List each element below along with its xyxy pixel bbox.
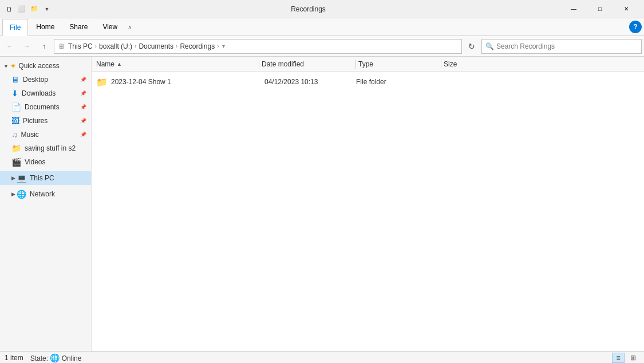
up-button[interactable]: ↑: [37, 39, 52, 54]
dropdown-arrow-icon[interactable]: ▼: [42, 5, 52, 14]
quick-access-arrow: ▾: [5, 63, 7, 69]
search-icon: 🔍: [485, 42, 494, 50]
col-type-label: Type: [358, 60, 373, 68]
title-bar-icons: 🗋 ⬜ 📁 ▼: [5, 5, 52, 14]
path-this-pc[interactable]: This PC: [68, 42, 93, 50]
window-controls: — □ ✕: [560, 0, 639, 18]
tab-view[interactable]: View: [96, 18, 124, 35]
quick-access-label: Quick access: [18, 62, 59, 70]
quick-access-section: ▾ ✦ Quick access 🖥 Desktop 📌 ⬇ Downloads…: [0, 59, 91, 169]
path-sep-4: ›: [217, 43, 219, 49]
content-area: Name ▲ Date modified Type Size 📁 2023-12…: [92, 57, 644, 351]
col-name-sort-icon: ▲: [117, 61, 122, 67]
sidebar-label-documents: Documents: [25, 103, 60, 111]
tab-share[interactable]: Share: [62, 18, 94, 35]
back-button[interactable]: ←: [2, 39, 17, 54]
sidebar-item-music[interactable]: ♫ Music 📌: [0, 128, 91, 141]
path-sep-1: ›: [95, 43, 97, 49]
saving-folder-icon: 📁: [11, 144, 21, 153]
column-headers: Name ▲ Date modified Type Size: [92, 57, 644, 72]
sidebar-item-desktop[interactable]: 🖥 Desktop 📌: [0, 73, 91, 86]
col-divider-2: [355, 60, 356, 69]
minimize-button[interactable]: —: [560, 0, 587, 18]
state-text: State:: [30, 354, 48, 362]
item-count: 1 item: [5, 354, 23, 362]
sidebar-label-downloads: Downloads: [22, 89, 56, 97]
window-title: Recordings: [56, 5, 560, 13]
sidebar-label-desktop: Desktop: [23, 76, 48, 84]
col-name-label: Name: [96, 60, 114, 68]
col-header-size[interactable]: Size: [444, 60, 489, 68]
address-path[interactable]: 🖥 This PC › boxallt (U:) › Documents › R…: [54, 39, 462, 54]
path-dropdown-icon[interactable]: ▾: [222, 43, 225, 49]
help-button[interactable]: ?: [629, 21, 642, 33]
sidebar-item-downloads[interactable]: ⬇ Downloads 📌: [0, 86, 91, 100]
sidebar: ▾ ✦ Quick access 🖥 Desktop 📌 ⬇ Downloads…: [0, 57, 92, 351]
col-header-type[interactable]: Type: [358, 60, 438, 68]
path-recordings[interactable]: Recordings: [180, 42, 215, 50]
title-bar: 🗋 ⬜ 📁 ▼ Recordings — □ ✕: [0, 0, 644, 18]
documents-pin-icon: 📌: [80, 104, 86, 110]
table-row[interactable]: 📁 2023-12-04 Show 1 04/12/2023 10:13 Fil…: [92, 74, 644, 90]
network-arrow: ▶: [11, 191, 15, 197]
state-label: State: 🌐 Online: [30, 353, 82, 362]
col-divider-3: [441, 60, 441, 69]
sidebar-item-documents[interactable]: 📄 Documents 📌: [0, 100, 91, 114]
status-bar: 1 item State: 🌐 Online ≡ ⊞: [0, 351, 644, 363]
ribbon-expand-icon[interactable]: ∧: [128, 24, 132, 30]
network-icon: 🌐: [17, 190, 26, 199]
app-icon-1: 🗋: [5, 5, 14, 14]
view-controls: ≡ ⊞: [612, 353, 639, 363]
close-button[interactable]: ✕: [613, 0, 639, 18]
online-icon: 🌐: [50, 353, 60, 362]
pictures-pin-icon: 📌: [80, 118, 86, 124]
music-icon: ♫: [11, 130, 18, 139]
tab-file[interactable]: File: [2, 19, 28, 36]
file-name: 2023-12-04 Show 1: [111, 78, 264, 86]
sidebar-label-network: Network: [30, 190, 55, 198]
this-pc-icon: 💻: [17, 173, 26, 183]
online-text: Online: [62, 354, 82, 362]
search-input[interactable]: [496, 42, 638, 50]
app-icon-2: ⬜: [17, 5, 26, 14]
videos-icon: 🎬: [11, 157, 21, 167]
sidebar-item-saving[interactable]: 📁 saving stuff in s2: [0, 141, 91, 155]
search-box[interactable]: 🔍: [481, 39, 642, 54]
forward-button[interactable]: →: [19, 39, 34, 54]
tab-home[interactable]: Home: [29, 18, 61, 35]
path-drive[interactable]: boxallt (U:): [99, 42, 132, 50]
downloads-pin-icon: 📌: [80, 90, 86, 96]
quick-access-header[interactable]: ▾ ✦ Quick access: [0, 59, 91, 73]
sidebar-label-this-pc: This PC: [30, 174, 54, 182]
desktop-icon: 🖥: [11, 75, 19, 84]
sidebar-item-this-pc[interactable]: ▶ 💻 This PC: [0, 171, 91, 185]
maximize-button[interactable]: □: [587, 0, 613, 18]
downloads-icon: ⬇: [11, 89, 18, 98]
this-pc-arrow: ▶: [11, 175, 15, 181]
path-sep-3: ›: [176, 43, 177, 49]
music-pin-icon: 📌: [80, 132, 86, 137]
path-documents[interactable]: Documents: [139, 42, 173, 50]
quick-access-toolbar-icon: 📁: [30, 5, 39, 14]
view-details-button[interactable]: ≡: [612, 353, 625, 363]
view-large-button[interactable]: ⊞: [627, 353, 639, 363]
col-header-date[interactable]: Date modified: [262, 60, 353, 68]
ribbon: File Home Share View ∧ ?: [0, 18, 644, 36]
address-bar: ← → ↑ 🖥 This PC › boxallt (U:) › Documen…: [0, 36, 644, 57]
col-size-label: Size: [444, 60, 457, 68]
pictures-icon: 🖼: [11, 116, 19, 125]
sidebar-item-videos[interactable]: 🎬 Videos: [0, 155, 91, 169]
sidebar-label-saving: saving stuff in s2: [25, 144, 76, 152]
network-section: ▶ 🌐 Network: [0, 187, 91, 201]
quick-access-icon: ✦: [10, 61, 17, 70]
file-folder-icon: 📁: [96, 77, 108, 88]
sidebar-label-pictures: Pictures: [23, 117, 48, 125]
col-header-name[interactable]: Name ▲: [96, 60, 256, 68]
path-home-icon: 🖥: [58, 42, 65, 50]
path-sep-2: ›: [135, 43, 136, 49]
sidebar-item-network[interactable]: ▶ 🌐 Network: [0, 187, 91, 201]
desktop-pin-icon: 📌: [80, 77, 86, 82]
refresh-button[interactable]: ↻: [464, 39, 479, 54]
file-type: File folder: [356, 78, 436, 86]
sidebar-item-pictures[interactable]: 🖼 Pictures 📌: [0, 114, 91, 128]
